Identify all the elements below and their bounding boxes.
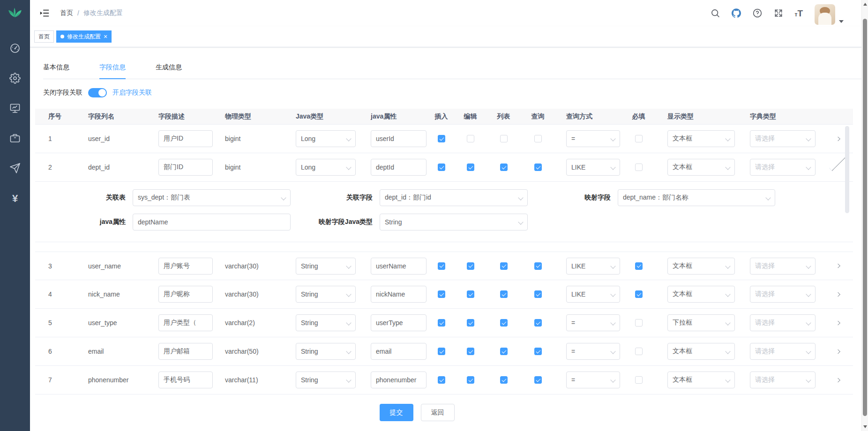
query-type-select[interactable]: LIKE [566, 258, 620, 275]
list-checkbox[interactable] [500, 348, 508, 355]
back-button[interactable]: 返回 [421, 404, 455, 421]
html-type-select[interactable]: 下拉框 [667, 314, 735, 331]
insert-checkbox[interactable] [438, 135, 445, 142]
field-relation-toggle[interactable] [88, 88, 107, 97]
java-type-select[interactable]: String [296, 286, 356, 303]
sidebar-item-monitor[interactable] [0, 94, 30, 124]
scroll-down-arrow-icon[interactable] [863, 425, 867, 428]
column-comment-input[interactable] [158, 343, 213, 360]
help-icon[interactable] [753, 8, 762, 18]
query-checkbox[interactable] [534, 376, 542, 384]
html-type-select[interactable]: 文本框 [667, 130, 735, 147]
edit-checkbox[interactable] [467, 319, 474, 327]
list-checkbox[interactable] [500, 262, 508, 270]
list-checkbox[interactable] [500, 290, 508, 298]
sidebar-item-finance[interactable]: ¥ [0, 184, 30, 214]
fullscreen-icon[interactable] [774, 8, 783, 18]
query-type-select[interactable]: = [566, 343, 620, 360]
sidebar-item-dashboard[interactable] [0, 34, 30, 64]
dict-type-select[interactable]: 请选择 [750, 258, 816, 275]
java-field-input[interactable] [371, 258, 427, 275]
html-type-select[interactable]: 文本框 [667, 343, 735, 360]
java-field-input[interactable] [371, 286, 427, 303]
insert-checkbox[interactable] [438, 319, 445, 327]
relation-field-select[interactable]: dept_id：部门id [380, 189, 528, 206]
font-size-icon[interactable]: тT [795, 9, 803, 18]
expand-chevron-icon[interactable] [829, 154, 846, 171]
java-field-input[interactable] [371, 130, 427, 147]
user-menu[interactable] [815, 1, 844, 25]
submit-button[interactable]: 提交 [380, 404, 413, 421]
java-type-select[interactable]: String [296, 343, 356, 360]
edit-checkbox[interactable] [467, 163, 474, 171]
insert-checkbox[interactable] [438, 262, 445, 270]
dict-type-select[interactable]: 请选择 [750, 130, 816, 147]
edit-checkbox[interactable] [467, 376, 474, 384]
expand-chevron-icon[interactable] [834, 349, 840, 354]
search-icon[interactable] [711, 8, 720, 18]
java-field-input[interactable] [371, 343, 427, 360]
tab-generate-info[interactable]: 生成信息 [156, 59, 182, 79]
query-checkbox[interactable] [534, 135, 542, 142]
browser-scrollbar-thumb[interactable] [863, 19, 867, 416]
table-scrollbar-thumb[interactable] [845, 126, 849, 213]
expand-chevron-icon[interactable] [834, 264, 840, 268]
query-type-select[interactable]: LIKE [566, 159, 620, 176]
breadcrumb-home[interactable]: 首页 [60, 9, 73, 17]
expand-chevron-icon[interactable] [834, 292, 840, 297]
html-type-select[interactable]: 文本框 [667, 286, 735, 303]
list-checkbox[interactable] [500, 376, 508, 384]
column-comment-input[interactable] [158, 286, 213, 303]
required-checkbox[interactable] [635, 290, 643, 298]
dict-type-select[interactable]: 请选择 [750, 314, 816, 331]
dict-type-select[interactable]: 请选择 [750, 343, 816, 360]
edit-checkbox[interactable] [467, 348, 474, 355]
required-checkbox[interactable] [635, 163, 643, 171]
query-type-select[interactable]: = [566, 130, 620, 147]
insert-checkbox[interactable] [438, 163, 445, 171]
sidebar-item-tool[interactable] [0, 124, 30, 154]
html-type-select[interactable]: 文本框 [667, 159, 735, 176]
tag-active[interactable]: 修改生成配置 × [56, 30, 112, 43]
app-logo[interactable] [0, 0, 30, 23]
java-field-input[interactable] [371, 314, 427, 331]
query-type-select[interactable]: LIKE [566, 286, 620, 303]
query-checkbox[interactable] [534, 262, 542, 270]
html-type-select[interactable]: 文本框 [667, 372, 735, 388]
java-type-select[interactable]: Long [296, 130, 356, 147]
column-comment-input[interactable] [158, 314, 213, 331]
edit-checkbox[interactable] [467, 135, 474, 142]
required-checkbox[interactable] [635, 376, 643, 384]
dict-type-select[interactable]: 请选择 [750, 159, 816, 176]
column-comment-input[interactable] [158, 258, 213, 275]
java-field-input[interactable] [371, 372, 427, 388]
edit-checkbox[interactable] [467, 262, 474, 270]
insert-checkbox[interactable] [438, 376, 445, 384]
tab-basic-info[interactable]: 基本信息 [43, 59, 69, 79]
query-checkbox[interactable] [534, 163, 542, 171]
required-checkbox[interactable] [635, 348, 643, 355]
required-checkbox[interactable] [635, 135, 643, 142]
query-type-select[interactable]: = [566, 372, 620, 388]
list-checkbox[interactable] [500, 319, 508, 327]
insert-checkbox[interactable] [438, 290, 445, 298]
expand-chevron-icon[interactable] [834, 378, 840, 382]
sidebar-item-system[interactable] [0, 64, 30, 94]
required-checkbox[interactable] [635, 319, 643, 327]
github-icon[interactable] [732, 8, 741, 18]
java-attr-input[interactable] [133, 214, 291, 230]
tab-field-info[interactable]: 字段信息 [99, 59, 126, 79]
mapping-java-type-select[interactable]: String [380, 214, 528, 230]
relation-table-select[interactable]: sys_dept：部门表 [133, 189, 291, 206]
edit-checkbox[interactable] [467, 290, 474, 298]
expand-chevron-icon[interactable] [834, 137, 840, 141]
query-checkbox[interactable] [534, 319, 542, 327]
query-checkbox[interactable] [534, 348, 542, 355]
list-checkbox[interactable] [500, 135, 508, 142]
query-checkbox[interactable] [534, 290, 542, 298]
java-field-input[interactable] [371, 159, 427, 176]
list-checkbox[interactable] [500, 163, 508, 171]
java-type-select[interactable]: Long [296, 159, 356, 176]
tag-home[interactable]: 首页 [34, 30, 54, 43]
column-comment-input[interactable] [158, 372, 213, 388]
